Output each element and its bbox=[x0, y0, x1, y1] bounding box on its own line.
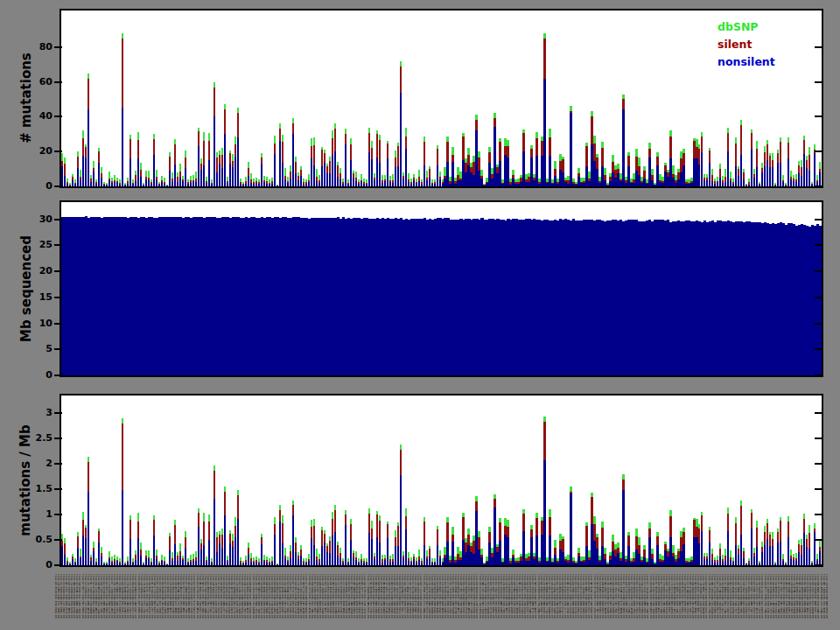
y-tick-left bbox=[54, 186, 62, 187]
y-tick-label: 1.5 bbox=[10, 483, 52, 495]
y-tick-label: 2.5 bbox=[10, 432, 52, 444]
y-tick-right bbox=[815, 539, 822, 541]
y-tick-right bbox=[815, 412, 822, 414]
y-tick-label: 0 bbox=[10, 180, 52, 192]
legend-item-silent: silent bbox=[718, 36, 775, 53]
x-axis-sample-labels: TCGA-61-8524-01C-15D-9926-08TCGA-24-5405… bbox=[54, 574, 830, 630]
y-tick-left bbox=[54, 374, 62, 376]
y-tick-right bbox=[815, 219, 822, 220]
y-tick-left bbox=[54, 323, 62, 325]
y-tick-left bbox=[54, 412, 62, 414]
y-tick-label: 0.5 bbox=[10, 534, 52, 546]
y-tick-right bbox=[815, 46, 822, 48]
y-tick-left bbox=[54, 219, 62, 220]
y-tick-right bbox=[815, 374, 822, 376]
y-tick-left bbox=[54, 46, 62, 48]
figure: # mutations Mb sequenced mutations / Mb … bbox=[0, 0, 840, 630]
y-tick-left bbox=[54, 116, 62, 117]
y-tick-right bbox=[815, 270, 822, 272]
y-tick-left bbox=[54, 514, 62, 515]
y-tick-right bbox=[815, 150, 822, 152]
y-tick-right bbox=[815, 348, 822, 350]
y-tick-right bbox=[815, 297, 822, 298]
legend-item-dbsnp: dbSNP bbox=[718, 18, 775, 36]
panel-mutation-rate bbox=[60, 394, 823, 567]
y-tick-left bbox=[54, 297, 62, 298]
y-tick-right bbox=[815, 438, 822, 439]
legend: dbSNP silent nonsilent bbox=[718, 18, 775, 71]
y-tick-right bbox=[815, 116, 822, 117]
y-tick-right bbox=[815, 488, 822, 490]
y-tick-left bbox=[54, 270, 62, 272]
y-tick-left bbox=[54, 488, 62, 490]
y-tick-left bbox=[54, 81, 62, 83]
y-tick-right bbox=[815, 323, 822, 325]
y-tick-left bbox=[54, 539, 62, 541]
y-tick-left bbox=[54, 438, 62, 439]
bars-mutation-rate bbox=[61, 396, 822, 565]
y-tick-right bbox=[815, 81, 822, 83]
sample-label: TCGA-20-8310-01B-41D-8831-08 bbox=[825, 574, 828, 630]
y-tick-right bbox=[815, 463, 822, 465]
y-tick-label: 10 bbox=[10, 318, 52, 330]
y-tick-label: 1 bbox=[10, 508, 52, 521]
bars-mb-sequenced bbox=[61, 202, 822, 375]
y-tick-label: 2 bbox=[10, 458, 52, 470]
y-tick-left bbox=[54, 150, 62, 152]
y-tick-right bbox=[815, 186, 822, 187]
y-tick-label: 5 bbox=[10, 343, 52, 355]
y-tick-label: 80 bbox=[10, 41, 52, 53]
bars-mutations bbox=[61, 10, 822, 186]
y-tick-left bbox=[54, 564, 62, 566]
legend-item-nonsilent: nonsilent bbox=[718, 53, 775, 71]
y-tick-label: 25 bbox=[10, 239, 52, 251]
y-tick-right bbox=[815, 244, 822, 246]
y-tick-label: 30 bbox=[10, 214, 52, 226]
y-tick-left bbox=[54, 463, 62, 465]
y-tick-label: 0 bbox=[10, 369, 52, 382]
y-tick-label: 3 bbox=[10, 407, 52, 419]
panel-mutations bbox=[60, 9, 823, 188]
y-tick-left bbox=[54, 348, 62, 350]
y-tick-label: 60 bbox=[10, 76, 52, 88]
y-tick-left bbox=[54, 244, 62, 246]
y-tick-label: 0 bbox=[10, 559, 52, 571]
y-tick-label: 20 bbox=[10, 265, 52, 277]
y-tick-label: 40 bbox=[10, 110, 52, 122]
panel-mb-sequenced bbox=[60, 200, 823, 377]
y-tick-right bbox=[815, 564, 822, 566]
y-axis-label-mutations: # mutations bbox=[18, 52, 34, 144]
y-tick-label: 15 bbox=[10, 291, 52, 304]
y-tick-label: 20 bbox=[10, 145, 52, 158]
y-tick-right bbox=[815, 514, 822, 515]
